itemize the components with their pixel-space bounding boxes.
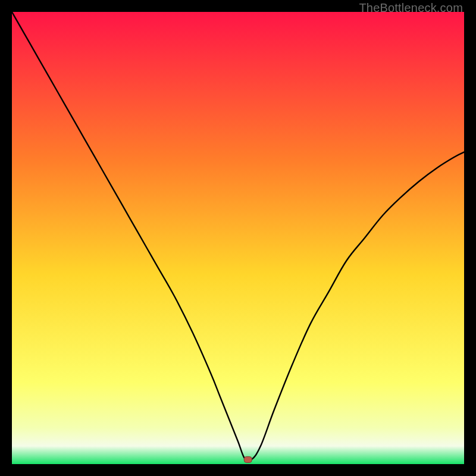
plot-area	[12, 12, 464, 464]
chart-svg	[12, 12, 464, 464]
chart-frame: TheBottleneck.com	[0, 0, 476, 476]
gradient-background	[12, 12, 464, 464]
optimum-marker	[244, 456, 252, 462]
